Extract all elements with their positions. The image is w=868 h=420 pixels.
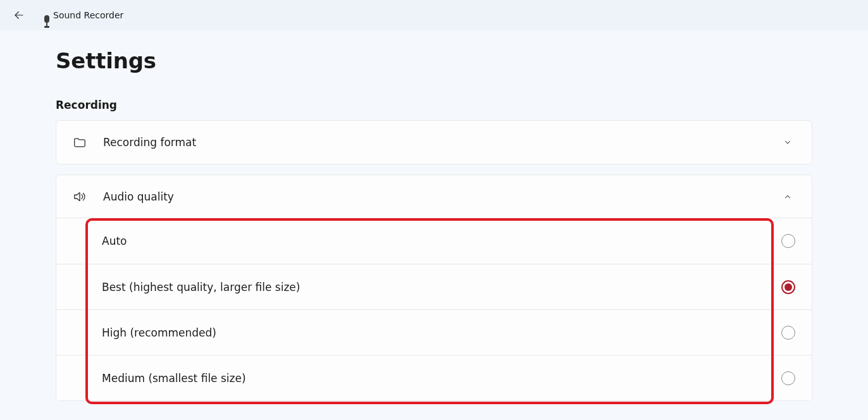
back-button[interactable] bbox=[8, 4, 30, 27]
option-auto[interactable]: Auto bbox=[56, 218, 812, 264]
card-label: Audio quality bbox=[103, 190, 780, 203]
radio-high[interactable] bbox=[781, 326, 795, 340]
option-high[interactable]: High (recommended) bbox=[56, 309, 812, 355]
option-medium[interactable]: Medium (smallest file size) bbox=[56, 355, 812, 400]
radio-best[interactable] bbox=[781, 280, 795, 294]
chevron-up-icon bbox=[780, 192, 795, 201]
title-bar: Sound Recorder bbox=[0, 0, 868, 30]
app-title: Sound Recorder bbox=[53, 10, 123, 20]
page-title: Settings bbox=[56, 48, 812, 73]
card-audio-quality: Audio quality Auto Best (highest quality… bbox=[56, 175, 812, 401]
section-header-recording: Recording bbox=[56, 99, 812, 111]
card-recording-format: Recording format bbox=[56, 120, 812, 164]
radio-medium[interactable] bbox=[781, 371, 795, 385]
card-label: Recording format bbox=[103, 136, 780, 149]
option-label: Auto bbox=[102, 235, 781, 247]
radio-auto[interactable] bbox=[781, 234, 795, 248]
svg-marker-1 bbox=[75, 192, 80, 201]
audio-quality-options: Auto Best (highest quality, larger file … bbox=[56, 218, 812, 400]
card-header-recording-format[interactable]: Recording format bbox=[56, 121, 812, 164]
arrow-left-icon bbox=[13, 9, 25, 21]
folder-icon bbox=[73, 135, 94, 149]
option-label: Best (highest quality, larger file size) bbox=[102, 281, 781, 293]
content-area: Settings Recording Recording format bbox=[0, 30, 868, 401]
option-best[interactable]: Best (highest quality, larger file size) bbox=[56, 264, 812, 309]
chevron-down-icon bbox=[780, 138, 795, 147]
app-identity: Sound Recorder bbox=[42, 10, 123, 20]
speaker-icon bbox=[73, 190, 94, 204]
option-label: High (recommended) bbox=[102, 326, 781, 339]
option-label: Medium (smallest file size) bbox=[102, 372, 781, 385]
card-header-audio-quality[interactable]: Audio quality bbox=[56, 175, 812, 218]
